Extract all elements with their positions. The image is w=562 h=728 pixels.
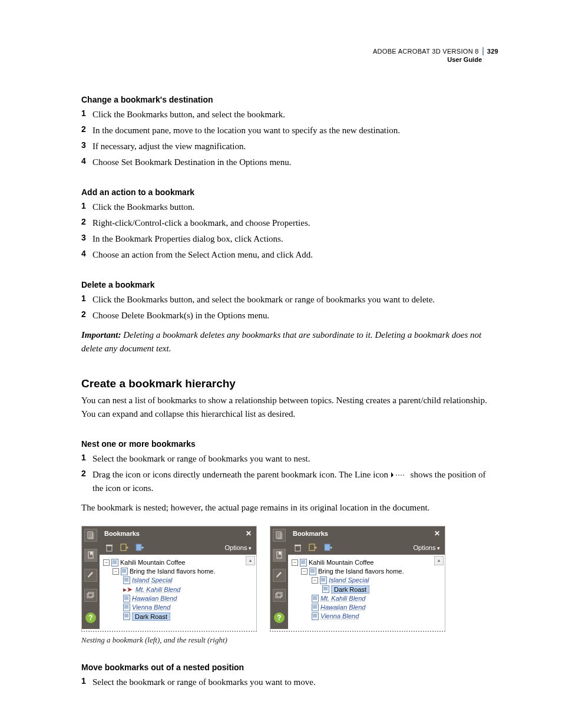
step: 2Choose Delete Bookmark(s) in the Option…: [81, 309, 498, 322]
svg-rect-16: [276, 594, 281, 598]
step: 1Select the bookmark or range of bookmar…: [81, 676, 498, 689]
step: 2 Drag the icon or icons directly undern…: [81, 468, 498, 496]
pages-icon[interactable]: [273, 529, 286, 542]
svg-point-1: [398, 475, 399, 476]
drag-indicator-icon: ▸➤: [123, 585, 134, 594]
signatures-icon[interactable]: [273, 569, 286, 582]
step: 4Choose an action from the Select Action…: [81, 248, 498, 262]
bookmark-item[interactable]: −Island Special: [290, 576, 442, 585]
step: 2In the document pane, move to the locat…: [81, 124, 498, 137]
help-icon[interactable]: ?: [274, 612, 285, 623]
bookmark-item-selected[interactable]: Dark Roast: [102, 612, 254, 621]
figure-caption: Nesting a bookmark (left), and the resul…: [81, 635, 498, 645]
bookmark-item-selected[interactable]: Dark Roast: [290, 585, 442, 594]
trash-icon[interactable]: [104, 543, 114, 552]
panel-titlebar: Bookmarks ✕: [100, 526, 256, 541]
svg-rect-20: [309, 544, 315, 551]
svg-point-2: [401, 475, 402, 476]
step: 3If necessary, adjust the view magnifica…: [81, 140, 498, 153]
bookmark-item[interactable]: Vienna Blend: [102, 603, 254, 612]
result-paragraph: The bookmark is nested; however, the act…: [81, 501, 498, 515]
bookmarks-icon[interactable]: [273, 549, 286, 562]
panel-toolbar: Options: [288, 541, 445, 555]
bookmark-tree: ▴ −Kahili Mountain Coffee −Bring the Isl…: [288, 555, 445, 629]
running-header: ADOBE ACROBAT 3D VERSION 8329 User Guide: [81, 47, 498, 64]
bookmark-item[interactable]: −Kahili Mountain Coffee: [102, 558, 254, 567]
bookmark-item[interactable]: Vienna Blend: [290, 612, 442, 621]
new-bookmark-icon[interactable]: [120, 543, 129, 552]
bookmark-tree: ▴ −Kahili Mountain Coffee −Bring the Isl…: [100, 555, 256, 629]
svg-rect-12: [136, 544, 141, 551]
important-note: Important: Deleting a bookmark deletes a…: [81, 328, 498, 355]
line-position-icon: [391, 472, 408, 479]
svg-point-0: [396, 475, 397, 476]
bookmarks-panel-before: ? Bookmarks ✕ Options: [81, 526, 257, 632]
close-icon[interactable]: ✕: [246, 529, 252, 538]
bookmark-item[interactable]: Island Special: [102, 576, 254, 585]
scroll-up-icon[interactable]: ▴: [246, 556, 255, 565]
expand-bookmark-icon[interactable]: [135, 543, 144, 552]
panel-titlebar: Bookmarks ✕: [288, 526, 445, 541]
bookmark-item[interactable]: −Bring the Island flavors home.: [290, 567, 442, 576]
svg-rect-19: [295, 545, 301, 546]
svg-point-3: [403, 475, 404, 476]
bookmarks-icon[interactable]: [84, 549, 97, 562]
bookmarks-panel-after: ? Bookmarks ✕ Options: [270, 526, 445, 632]
step: 1Click the Bookmarks button.: [81, 200, 498, 214]
step: 1Select the bookmark or range of bookmar…: [81, 452, 498, 466]
bookmark-item[interactable]: −Bring the Island flavors home.: [102, 567, 254, 576]
step: 3In the Bookmark Properties dialog box, …: [81, 232, 498, 246]
help-icon[interactable]: ?: [85, 612, 96, 623]
svg-rect-14: [277, 533, 282, 539]
svg-rect-11: [121, 544, 126, 551]
svg-rect-17: [277, 592, 282, 597]
navigation-rail: ?: [270, 526, 288, 629]
bookmark-item[interactable]: −Kahili Mountain Coffee: [290, 558, 442, 567]
svg-rect-18: [295, 546, 300, 551]
bookmark-item[interactable]: Hawaiian Blend: [290, 603, 442, 612]
svg-rect-9: [107, 546, 112, 551]
svg-rect-5: [89, 533, 94, 539]
step: 2Right-click/Control-click a bookmark, a…: [81, 216, 498, 230]
svg-rect-8: [88, 592, 94, 597]
expand-bookmark-icon[interactable]: [323, 543, 333, 552]
options-menu[interactable]: Options: [414, 544, 440, 551]
close-icon[interactable]: ✕: [434, 529, 440, 538]
pages-icon[interactable]: [84, 529, 97, 542]
step: 4Choose Set Bookmark Destination in the …: [81, 156, 498, 169]
subhead-change-destination: Change a bookmark's destination: [81, 95, 498, 104]
intro-paragraph: You can nest a list of bookmarks to show…: [81, 394, 498, 421]
subhead-add-action: Add an action to a bookmark: [81, 187, 498, 197]
subhead-nest-bookmarks: Nest one or more bookmarks: [81, 439, 498, 449]
svg-rect-21: [325, 544, 330, 551]
panel-toolbar: Options: [100, 541, 256, 555]
layers-icon[interactable]: [84, 589, 97, 602]
step: 1Click the Bookmarks button, and select …: [81, 293, 498, 307]
bookmark-item-dragging[interactable]: ▸➤Mt. Kahili Blend: [102, 585, 254, 594]
bookmark-item[interactable]: Mt. Kahili Blend: [290, 594, 442, 603]
trash-icon[interactable]: [293, 543, 302, 552]
subhead-delete-bookmark: Delete a bookmark: [81, 280, 498, 289]
new-bookmark-icon[interactable]: [308, 543, 318, 552]
layers-icon[interactable]: [273, 589, 286, 602]
bookmark-item[interactable]: Hawaiian Blend: [102, 594, 254, 603]
svg-rect-10: [106, 545, 113, 546]
options-menu[interactable]: Options: [225, 544, 252, 551]
subhead-move-out: Move bookmarks out of a nested position: [81, 663, 498, 672]
signatures-icon[interactable]: [84, 569, 97, 582]
svg-rect-7: [87, 594, 92, 598]
scroll-up-icon[interactable]: ▴: [434, 556, 444, 565]
heading-create-hierarchy: Create a bookmark hierarchy: [81, 377, 498, 390]
figure-panels: ? Bookmarks ✕ Options: [81, 526, 498, 632]
navigation-rail: ?: [82, 526, 100, 629]
step: 1Click the Bookmarks button, and select …: [81, 108, 498, 121]
page-number: 329: [482, 47, 498, 55]
